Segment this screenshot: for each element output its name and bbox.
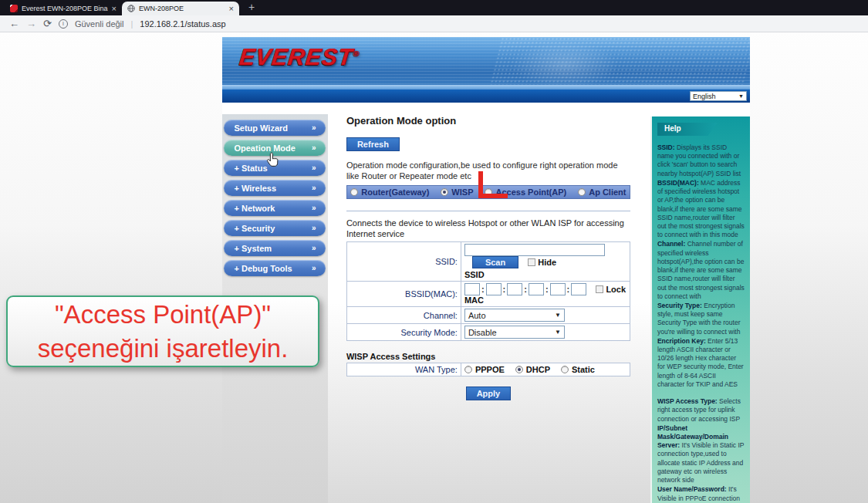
scan-button[interactable]: Scan [472,256,518,268]
mac-octet-input[interactable] [507,283,522,295]
ssid-label: SSID: [346,242,461,282]
mac-octet-input[interactable] [464,283,480,295]
close-icon[interactable]: × [229,5,234,13]
page-title: Operation Mode option [346,115,630,127]
close-icon[interactable]: × [112,5,117,13]
help-entry: WISP Access Type: Selects right access t… [657,397,745,424]
sidebar-item-label: + Network [234,204,275,213]
radio-ap-client[interactable]: Ap Client [578,187,626,197]
mouse-cursor-icon [266,152,279,170]
chevron-down-icon: ▼ [738,93,744,99]
help-title: Help [657,123,718,136]
refresh-button[interactable]: Refresh [346,137,400,151]
wisp-access-settings-title: WISP Access Settings [346,352,630,361]
mac-octet-input[interactable] [486,283,502,295]
wan-type-table: WAN Type: PPPOE DHCP [346,363,630,376]
help-entry: BSSID(MAC): MAC address of specified wir… [657,179,745,240]
sidebar-item-label: + Wireless [234,184,276,193]
bssid-label: BSSID(MAC): [346,282,461,307]
help-entry: Channel: Channel number of specified wir… [657,240,745,301]
radio-label: WISP [451,187,473,197]
address-url[interactable]: 192.168.2.1/status.asp [140,19,225,29]
radio-label: DHCP [526,365,550,374]
radio-icon[interactable] [464,366,472,373]
sidebar-item-setup-wizard[interactable]: Setup Wizard » [224,120,326,136]
info-icon[interactable]: i [59,19,68,29]
callout-line1: "Access Point(AP)" [55,298,271,332]
chevrons-right-icon: » [312,264,316,272]
radio-icon[interactable] [561,366,569,373]
sidebar-item-system[interactable]: + System » [224,240,326,256]
hide-label: Hide [538,258,556,267]
tab-title: EWN-208POE [139,5,225,12]
hide-checkbox[interactable] [528,258,535,266]
language-selected: English [693,93,716,100]
channel-label: Channel: [346,307,461,324]
forward-icon[interactable]: → [26,18,36,29]
sidebar-item-label: Opeation Mode [234,143,295,153]
browser-toolbar: ← → ⟳ i Güvenli değil | 192.168.2.1/stat… [0,15,868,32]
browser-tab-active[interactable]: EWN-208POE × [122,2,239,15]
table-row: Channel: Auto ▼ [346,307,630,324]
radio-icon[interactable] [515,366,523,373]
banner-highlight [511,42,619,85]
mac-octet-input[interactable] [550,283,566,295]
chevrons-right-icon: » [312,184,316,192]
reload-icon[interactable]: ⟳ [43,18,52,29]
security-mode-select[interactable]: Disable ▼ [464,326,565,339]
chevron-down-icon: ▼ [555,329,561,336]
ssid-sub-label: SSID [464,270,627,279]
sidebar-item-label: + Security [234,224,275,233]
colon-separator: : [503,285,506,294]
sidebar-item-label: + Status [234,164,267,173]
registered-mark: ® [353,49,360,58]
radio-icon[interactable] [578,188,586,196]
header-banner: EVEREST® [222,37,750,85]
browser-tab-inactive[interactable]: Everest EWN-208POE Bina Dışı U × [5,2,122,15]
lock-mac-checkbox[interactable] [596,285,603,293]
radio-label: Static [572,365,595,374]
sidebar-item-network[interactable]: + Network » [224,200,326,216]
ssid-input[interactable] [464,244,605,256]
help-panel: Help SSID: Displays its SSID name you co… [650,116,750,503]
sidebar-item-label: Setup Wizard [234,123,288,133]
chevrons-right-icon: » [312,204,316,212]
security-label: Güvenli değil [75,19,124,29]
router-page: EVEREST® English ▼ Setup Wizard » Opeati… [222,37,750,503]
radio-static[interactable]: Static [561,365,595,374]
wan-type-label: WAN Type: [346,363,461,376]
mac-octet-input[interactable] [571,283,586,295]
sidebar-item-wireless[interactable]: + Wireless » [224,180,326,196]
apply-button[interactable]: Apply [466,387,512,400]
radio-dhcp[interactable]: DHCP [515,365,550,374]
language-bar: English ▼ [222,89,750,103]
screen: Everest EWN-208POE Bina Dışı U × EWN-208… [0,0,868,503]
tab-title: Everest EWN-208POE Bina Dışı U [22,5,108,12]
language-select[interactable]: English ▼ [690,91,747,101]
channel-select[interactable]: Auto ▼ [464,309,565,322]
main-content: Operation Mode option Refresh Operation … [328,103,650,503]
sidebar-item-debug-tools[interactable]: + Debug Tools » [224,260,326,276]
radio-icon[interactable] [441,188,448,196]
help-entry: Encription Key: Enter 5/13 length ASCII … [657,337,745,389]
help-entry: IP/Subnet Mask/Gateway/Domain Server: It… [657,424,745,485]
mac-octet-input[interactable] [529,283,544,295]
callout-line2: seçeneğini işaretleyin. [38,332,289,366]
radio-icon[interactable] [350,188,358,196]
sidebar-item-label: + Debug Tools [234,264,292,273]
radio-pppoe[interactable]: PPPOE [464,365,505,374]
back-icon[interactable]: ← [9,18,19,29]
radio-wisp[interactable]: WISP [441,187,473,197]
chevrons-right-icon: » [312,123,316,132]
new-tab-button[interactable]: + [248,1,255,13]
help-entry: Security Type: Encryption style, must ke… [657,302,745,336]
chevrons-right-icon: » [312,244,316,252]
help-entry: SSID: Displays its SSID name you connect… [657,143,745,178]
table-row: SSID: Scan Hide SSID [346,242,630,282]
intro-text: Operation mode configuration,be used to … [346,160,630,182]
chevrons-right-icon: » [312,143,316,152]
wisp-intro-text: Connects the device to wireless Hotspot … [346,218,630,240]
sidebar-item-security[interactable]: + Security » [224,220,326,236]
help-column: Help SSID: Displays its SSID name you co… [650,103,750,503]
radio-router-gateway[interactable]: Router(Gateway) [350,187,429,197]
